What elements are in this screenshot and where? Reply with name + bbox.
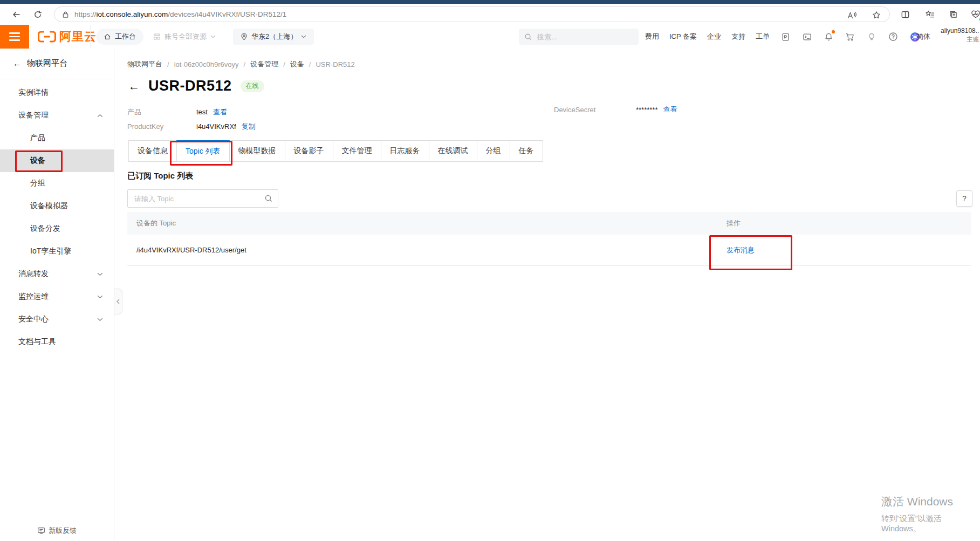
hamburger-menu-icon[interactable] (0, 25, 29, 49)
devicesecret-view-link[interactable]: 查看 (663, 105, 677, 114)
workbench-button[interactable]: 工作台 (96, 29, 143, 45)
product-value: test (196, 108, 208, 116)
breadcrumb: 物联网平台/iot-06z00c0h9r6voyy/设备管理/设备/USR-DR… (127, 59, 355, 69)
tab-8[interactable]: 任务 (510, 140, 543, 162)
topnav-link[interactable]: 支持 (731, 32, 745, 42)
account-resources-dropdown[interactable]: 账号全部资源 (153, 25, 216, 49)
user-account[interactable]: aliyun98108.. 主账 (941, 27, 979, 44)
resources-grid-icon (153, 33, 161, 40)
sidebar-item[interactable]: 文档与工具 (0, 331, 114, 353)
sidebar-item[interactable]: 分组 (0, 172, 114, 195)
watermark-line1: 激活 Windows (881, 494, 980, 509)
section-heading: 已订阅 Topic 列表 (127, 171, 193, 181)
topnav-link[interactable]: ICP 备案 (669, 32, 697, 42)
topnav-search-input[interactable] (536, 32, 625, 42)
chevron-down-icon (210, 35, 216, 38)
tab-2[interactable]: 物模型数据 (229, 140, 285, 162)
browser-back-icon[interactable] (9, 7, 24, 22)
sidebar-item[interactable]: 设备模拟器 (0, 195, 114, 217)
url-host: iot.console.aliyun.com (97, 10, 168, 18)
terminal-icon[interactable] (801, 31, 812, 42)
sidebar-item[interactable]: IoT孪生引擎 (0, 240, 114, 263)
breadcrumb-item[interactable]: 设备管理 (250, 59, 278, 69)
device-tabs: 设备信息Topic 列表物模型数据设备影子文件管理日志服务在线调试分组任务 (128, 140, 543, 162)
user-role: 主账 (941, 36, 979, 44)
browser-refresh-icon[interactable] (30, 7, 45, 22)
tab-0[interactable]: 设备信息 (128, 140, 177, 162)
favorites-list-icon[interactable] (922, 7, 937, 22)
help-button[interactable]: ? (956, 190, 972, 207)
split-screen-icon[interactable] (897, 7, 913, 22)
workbench-label: 工作台 (115, 32, 136, 42)
devicesecret-label: DeviceSecret (554, 106, 636, 114)
sidebar-item-label: 文档与工具 (18, 337, 56, 347)
sidebar-item[interactable]: 产品 (0, 127, 114, 149)
topnav-link[interactable]: 企业 (707, 32, 721, 42)
sidebar-item[interactable]: 安全中心 (0, 308, 114, 331)
chevron-up-icon (97, 114, 103, 118)
location-pin-icon (241, 33, 248, 40)
sidebar-collapse-handle[interactable] (114, 289, 122, 314)
bulb-icon[interactable] (866, 31, 877, 42)
sidebar: ← 物联网平台 实例详情设备管理产品设备分组设备模拟器设备分发IoT孪生引擎消息… (0, 49, 114, 541)
sidebar-item[interactable]: 实例详情 (0, 81, 114, 104)
favorite-star-icon[interactable] (872, 11, 881, 19)
chevron-down-icon (301, 35, 306, 38)
region-selector[interactable]: 华东2（上海） (233, 29, 314, 45)
publish-message-link[interactable]: 发布消息 (727, 246, 755, 254)
aliyun-logo-text: 阿里云 (59, 29, 97, 45)
action-cell: 发布消息 (727, 245, 971, 255)
app-icon[interactable] (780, 31, 791, 42)
tab-3[interactable]: 设备影子 (285, 140, 333, 162)
sidebar-item-label: 安全中心 (18, 314, 49, 324)
sidebar-item[interactable]: 监控运维 (0, 285, 114, 308)
feedback-icon (37, 527, 45, 535)
region-label: 华东2（上海） (251, 32, 297, 42)
topnav-link[interactable]: 费用 (645, 32, 659, 42)
browser-essentials-icon[interactable] (968, 7, 980, 22)
chevron-down-icon (97, 295, 103, 299)
topnav-search[interactable] (519, 29, 639, 45)
aliyun-logo[interactable]: 阿里云 (38, 25, 97, 49)
sidebar-title: 物联网平台 (27, 58, 67, 69)
product-view-link[interactable]: 查看 (213, 107, 227, 117)
sidebar-item[interactable]: 设备 (0, 149, 114, 172)
productkey-value: i4u4VIKvRXf (196, 122, 236, 131)
table-row: /i4u4VIKvRXf/USR-DR512/user/get发布消息 (127, 235, 971, 266)
productkey-copy-link[interactable]: 复制 (242, 122, 256, 132)
sidebar-item-label: 设备模拟器 (30, 201, 68, 211)
breadcrumb-separator: / (283, 60, 285, 69)
productkey-label: ProductKey (127, 122, 196, 131)
address-bar[interactable]: https://iot.console.aliyun.com/devices/i… (54, 6, 890, 22)
tab-5[interactable]: 日志服务 (381, 140, 429, 162)
tab-6[interactable]: 在线调试 (429, 140, 477, 162)
topic-search (127, 189, 278, 208)
help-icon[interactable] (888, 31, 899, 42)
watermark-line2: 转到“设置”以激活 Windows。 (881, 513, 980, 534)
sidebar-back[interactable]: ← 物联网平台 (13, 58, 67, 69)
cart-icon[interactable] (845, 31, 855, 42)
lock-icon (62, 11, 69, 18)
topnav-link[interactable]: 工单 (756, 32, 770, 42)
feedback-button[interactable]: 新版反馈 (0, 526, 114, 536)
device-info: 产品 test 查看 DeviceSecret ******** 查看 Prod… (127, 105, 969, 134)
language-switch[interactable]: 简体 (916, 25, 930, 49)
sidebar-item-label: IoT孪生引擎 (30, 246, 71, 256)
topic-search-input[interactable] (127, 189, 278, 208)
breadcrumb-item[interactable]: 物联网平台 (127, 59, 162, 69)
collections-icon[interactable] (945, 7, 961, 22)
search-icon[interactable] (264, 194, 273, 205)
tab-active[interactable]: Topic 列表 (176, 140, 230, 162)
sidebar-item[interactable]: 设备分发 (0, 217, 114, 240)
tab-7[interactable]: 分组 (477, 140, 510, 162)
user-name: aliyun98108.. (941, 27, 979, 36)
sidebar-item[interactable]: 设备管理 (0, 104, 114, 127)
tab-4[interactable]: 文件管理 (333, 140, 381, 162)
bell-icon[interactable] (823, 31, 834, 42)
back-button[interactable]: ← (128, 80, 140, 93)
column-topic: 设备的 Topic (127, 218, 727, 228)
read-aloud-icon[interactable] (847, 11, 857, 19)
breadcrumb-item: USR-DR512 (316, 60, 354, 69)
sidebar-item[interactable]: 消息转发 (0, 263, 114, 285)
breadcrumb-item[interactable]: 设备 (290, 59, 304, 69)
